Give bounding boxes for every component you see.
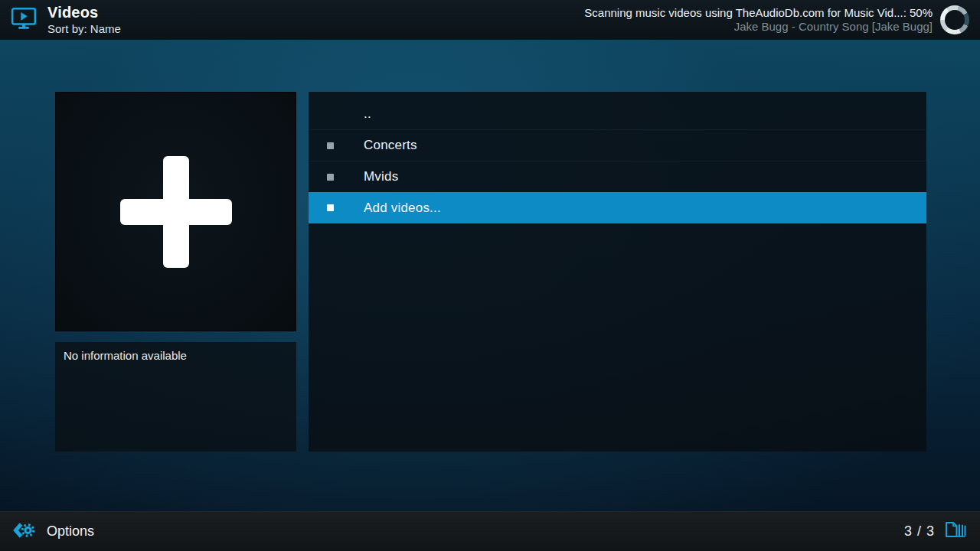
list-item-label: Add videos... <box>364 201 441 216</box>
list-item-add-videos[interactable]: Add videos... <box>309 192 926 223</box>
file-list: .. Concerts Mvids Add videos... <box>309 92 926 452</box>
scan-item-text: Jake Bugg - Country Song [Jake Bugg] <box>734 20 933 34</box>
scan-status-text: Scanning music videos using TheAudioDb.c… <box>584 6 933 20</box>
sort-by-label: Sort by: Name <box>47 22 121 35</box>
gear-chevron-icon <box>12 519 35 545</box>
square-bullet-icon <box>327 142 334 149</box>
info-text: No information available <box>64 349 187 362</box>
list-item-label: Mvids <box>364 169 398 184</box>
page-title: Videos <box>47 4 121 21</box>
stacked-pages-icon <box>944 519 968 544</box>
square-bullet-icon <box>327 204 334 211</box>
square-bullet-icon <box>327 174 334 181</box>
bottom-bar: Options 3 / 3 <box>0 511 980 551</box>
busy-spinner <box>940 5 969 34</box>
video-monitor-play-icon <box>11 7 37 33</box>
list-item-label: Concerts <box>364 138 417 153</box>
thumbnail-add-videos <box>55 92 296 331</box>
plus-icon <box>120 156 232 268</box>
list-item-parent-dir[interactable]: .. <box>309 98 926 129</box>
options-label: Options <box>47 523 94 540</box>
list-item-label: .. <box>364 106 371 122</box>
options-button[interactable]: Options <box>12 519 94 545</box>
list-item-mvids[interactable]: Mvids <box>309 161 926 192</box>
info-panel: No information available <box>55 342 296 452</box>
item-position: 3 / 3 <box>904 523 935 540</box>
list-item-concerts[interactable]: Concerts <box>309 129 926 161</box>
kodi-screen: Videos Sort by: Name Scanning music vide… <box>0 0 980 551</box>
top-bar: Videos Sort by: Name Scanning music vide… <box>0 0 980 40</box>
